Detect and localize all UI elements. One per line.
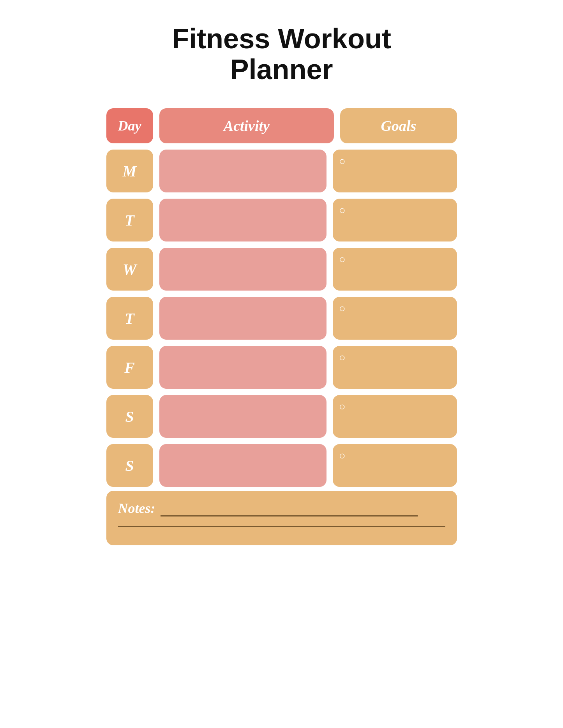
checkbox-friday[interactable]: ○ — [339, 351, 346, 364]
notes-first-line — [161, 515, 418, 516]
activity-monday[interactable] — [159, 150, 327, 192]
row-thursday: T ○ — [106, 297, 457, 340]
activity-wednesday[interactable] — [159, 248, 327, 291]
notes-label: Notes: — [118, 501, 155, 516]
checkbox-wednesday[interactable]: ○ — [339, 253, 346, 266]
checkbox-saturday[interactable]: ○ — [339, 400, 346, 413]
checkbox-monday[interactable]: ○ — [339, 155, 346, 167]
goals-header-label: Goals — [381, 117, 417, 134]
header-activity-cell: Activity — [159, 108, 334, 143]
goals-thursday[interactable]: ○ — [333, 297, 457, 340]
day-header-label: Day — [118, 118, 141, 134]
header-day-cell: Day — [106, 108, 153, 143]
activity-header-label: Activity — [224, 117, 270, 134]
activity-sunday[interactable] — [159, 444, 327, 487]
row-sunday: S ○ — [106, 444, 457, 487]
checkbox-thursday[interactable]: ○ — [339, 302, 346, 315]
day-thursday: T — [106, 297, 153, 340]
header-row: Day Activity Goals — [106, 108, 457, 143]
page-title: Fitness Workout Planner — [172, 23, 391, 85]
goals-saturday[interactable]: ○ — [333, 395, 457, 438]
day-saturday: S — [106, 395, 153, 438]
notes-second-line — [118, 526, 445, 527]
row-monday: M ○ — [106, 150, 457, 192]
notes-section: Notes: — [106, 491, 457, 545]
goals-monday[interactable]: ○ — [333, 150, 457, 192]
row-friday: F ○ — [106, 346, 457, 389]
activity-saturday[interactable] — [159, 395, 327, 438]
goals-wednesday[interactable]: ○ — [333, 248, 457, 291]
day-wednesday: W — [106, 248, 153, 291]
page: Fitness Workout Planner Day Activity Goa… — [0, 0, 563, 728]
activity-tuesday[interactable] — [159, 199, 327, 241]
goals-sunday[interactable]: ○ — [333, 444, 457, 487]
goals-tuesday[interactable]: ○ — [333, 199, 457, 241]
day-tuesday: T — [106, 199, 153, 241]
row-wednesday: W ○ — [106, 248, 457, 291]
row-tuesday: T ○ — [106, 199, 457, 241]
goals-friday[interactable]: ○ — [333, 346, 457, 389]
activity-friday[interactable] — [159, 346, 327, 389]
activity-thursday[interactable] — [159, 297, 327, 340]
day-monday: M — [106, 150, 153, 192]
checkbox-sunday[interactable]: ○ — [339, 449, 346, 462]
checkbox-tuesday[interactable]: ○ — [339, 204, 346, 217]
planner-table: Day Activity Goals M ○ T — [106, 108, 457, 487]
row-saturday: S ○ — [106, 395, 457, 438]
header-goals-cell: Goals — [340, 108, 457, 143]
day-friday: F — [106, 346, 153, 389]
day-sunday: S — [106, 444, 153, 487]
